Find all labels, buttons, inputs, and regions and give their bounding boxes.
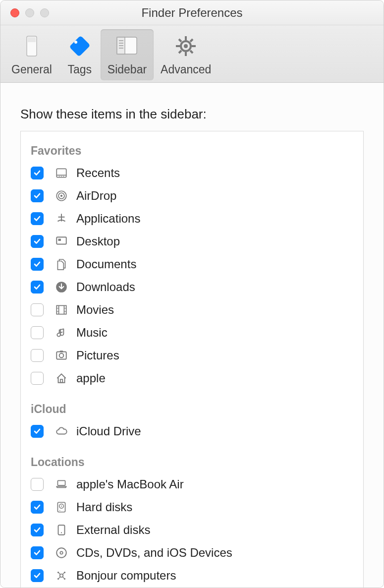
window-title: Finder Preferences	[0, 6, 384, 20]
clock-icon	[54, 165, 69, 181]
checkbox[interactable]	[31, 189, 44, 202]
tab-sidebar[interactable]: Sidebar	[101, 29, 154, 80]
bonjour-icon	[54, 568, 69, 584]
group-label: Favorites	[31, 144, 353, 158]
tab-label: Tags	[68, 63, 92, 76]
checkbox[interactable]	[31, 349, 44, 362]
tab-label: General	[11, 63, 52, 76]
sidebar-item-row: Bonjour computers	[31, 564, 353, 587]
hdd-icon	[18, 32, 46, 60]
checkbox[interactable]	[31, 235, 44, 248]
cd-icon	[54, 545, 69, 561]
sidebar-item-row: apple's MacBook Air	[31, 473, 353, 496]
sidebar-items-panel: FavoritesRecentsAirDropApplicationsDeskt…	[20, 131, 364, 588]
item-label: apple's MacBook Air	[76, 477, 184, 491]
checkbox[interactable]	[31, 425, 44, 438]
checkbox[interactable]	[31, 212, 44, 225]
gear-icon	[172, 32, 200, 60]
item-label: Desktop	[76, 235, 120, 248]
sidebar-item-row: apple	[31, 367, 353, 390]
checkbox[interactable]	[31, 372, 44, 385]
preferences-toolbar: GeneralTagsSidebarAdvanced	[0, 25, 384, 83]
pictures-icon	[54, 348, 69, 363]
item-label: Applications	[76, 212, 140, 226]
sidebar-item-row: Recents	[31, 162, 353, 184]
zoom-button[interactable]	[40, 8, 49, 17]
checkbox[interactable]	[31, 303, 44, 316]
sidebar-item-row: Hard disks	[31, 496, 353, 519]
item-label: Downloads	[76, 280, 135, 294]
sidebar-item-row: External disks	[31, 519, 353, 541]
content-area: Show these items in the sidebar: Favorit…	[0, 83, 384, 588]
sidebar-icon	[113, 32, 141, 60]
checkbox[interactable]	[31, 501, 44, 514]
checkbox[interactable]	[31, 258, 44, 271]
item-label: iCloud Drive	[76, 424, 141, 438]
item-label: CDs, DVDs, and iOS Devices	[76, 546, 232, 560]
section-heading: Show these items in the sidebar:	[20, 107, 364, 122]
item-label: Documents	[76, 257, 136, 271]
desktop-icon	[54, 234, 69, 249]
laptop-icon	[54, 476, 69, 492]
tab-tags[interactable]: Tags	[59, 29, 101, 80]
item-label: Pictures	[76, 349, 119, 362]
checkbox[interactable]	[31, 569, 44, 582]
item-label: Recents	[76, 166, 120, 180]
minimize-button[interactable]	[25, 8, 34, 17]
sidebar-item-row: Documents	[31, 253, 353, 276]
sidebar-item-row: Downloads	[31, 276, 353, 298]
documents-icon	[54, 256, 69, 272]
titlebar: Finder Preferences	[0, 0, 384, 25]
apps-icon	[54, 211, 69, 227]
item-label: External disks	[76, 523, 150, 537]
sidebar-item-row: Applications	[31, 207, 353, 230]
group-label: Locations	[31, 456, 353, 469]
checkbox[interactable]	[31, 524, 44, 536]
music-icon	[54, 325, 69, 341]
item-label: Movies	[76, 303, 114, 317]
close-button[interactable]	[10, 8, 19, 17]
sidebar-item-row: Music	[31, 321, 353, 344]
tab-label: Advanced	[161, 63, 211, 76]
item-label: Bonjour computers	[76, 569, 176, 583]
item-label: Hard disks	[76, 500, 132, 514]
extdisk-icon	[54, 522, 69, 538]
item-label: AirDrop	[76, 189, 116, 203]
checkbox[interactable]	[31, 546, 44, 559]
home-icon	[54, 370, 69, 386]
sidebar-item-row: CDs, DVDs, and iOS Devices	[31, 541, 353, 564]
checkbox[interactable]	[31, 281, 44, 294]
hdd-icon	[54, 499, 69, 515]
movies-icon	[54, 302, 69, 318]
finder-preferences-window: Finder Preferences GeneralTagsSidebarAdv…	[0, 0, 384, 588]
group-label: iCloud	[31, 403, 353, 416]
traffic-lights	[0, 8, 49, 17]
checkbox[interactable]	[31, 326, 44, 339]
checkbox[interactable]	[31, 167, 44, 179]
sidebar-item-row: Movies	[31, 298, 353, 321]
sidebar-item-row: Desktop	[31, 230, 353, 253]
tab-general[interactable]: General	[4, 29, 59, 80]
sidebar-item-row: AirDrop	[31, 184, 353, 207]
item-label: Music	[76, 326, 108, 340]
tab-label: Sidebar	[108, 63, 147, 76]
tag-icon	[66, 32, 94, 60]
item-label: apple	[76, 371, 106, 385]
sidebar-item-row: Pictures	[31, 344, 353, 367]
tab-advanced[interactable]: Advanced	[154, 29, 218, 80]
sidebar-item-row: iCloud Drive	[31, 420, 353, 443]
airdrop-icon	[54, 188, 69, 204]
checkbox[interactable]	[31, 478, 44, 491]
downloads-icon	[54, 279, 69, 295]
cloud-icon	[54, 423, 69, 439]
